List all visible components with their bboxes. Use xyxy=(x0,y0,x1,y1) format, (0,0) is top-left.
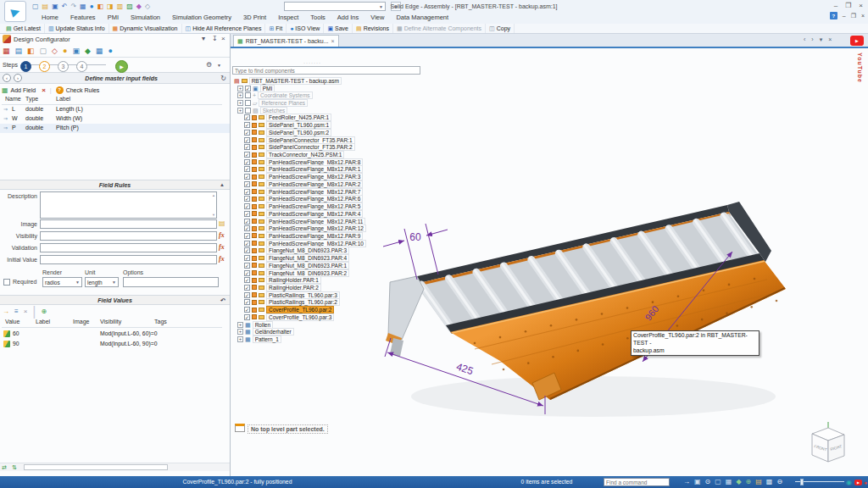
initial-value-input[interactable] xyxy=(40,255,217,264)
tree-item[interactable]: ✓PanHeadScrewFlange_M8x12.PAR:4 xyxy=(232,210,427,218)
configurator-icon[interactable]: ▦ xyxy=(3,47,10,55)
get-latest-button[interactable]: ▤Get Latest xyxy=(3,24,45,33)
tree-item[interactable]: ✓SidePanelConnector_FT35.PAR:1 xyxy=(232,136,427,144)
delete-value-icon[interactable]: × xyxy=(24,308,28,315)
show-checkbox[interactable] xyxy=(245,108,251,114)
show-checkbox[interactable] xyxy=(245,92,251,98)
tree-item[interactable]: +▨Sketches xyxy=(232,107,427,114)
step-2-button[interactable]: 2 xyxy=(39,61,50,72)
tree-item[interactable]: ✓FlangeNut_M8_DIN6923.PAR:3 xyxy=(232,247,427,255)
zoom-slider-handle[interactable] xyxy=(800,479,804,485)
ribbon-tab-add-ins[interactable]: Add Ins xyxy=(331,11,364,24)
show-checkbox[interactable]: ✓ xyxy=(245,86,251,92)
table-icon[interactable]: ▥ xyxy=(117,3,124,10)
tree-item-label[interactable]: PlasticRailings_TL960.par:2 xyxy=(266,298,340,306)
show-checkbox[interactable]: ✓ xyxy=(244,241,250,247)
add-value-icon[interactable]: → xyxy=(3,308,9,315)
undo-icon[interactable]: ↶ xyxy=(220,296,225,305)
show-checkbox[interactable]: ✓ xyxy=(244,203,250,209)
tree-item-label[interactable]: PanHeadScrewFlange_M8x12.PAR:1 xyxy=(266,165,363,173)
expand-icon[interactable]: + xyxy=(237,108,243,114)
tree-item[interactable]: ✓RailingHolder.PAR:1 xyxy=(232,276,427,284)
help-doc-icon[interactable]: ▣ xyxy=(72,47,80,55)
expand-icon[interactable]: + xyxy=(237,86,243,92)
folder-icon[interactable]: ▤ xyxy=(755,478,762,486)
field-row-L[interactable]: ⇒LdoubleLength (L) xyxy=(0,105,230,114)
scrollbar-thumb[interactable] xyxy=(24,464,168,470)
chevron-down-icon[interactable]: ▼ xyxy=(217,63,221,68)
help-button[interactable]: ? xyxy=(830,12,837,19)
dynamic-visualization-button[interactable]: ▦Dynamic Visualization xyxy=(109,24,182,33)
tree-item-label[interactable]: CoverProfile_TL960.par:3 xyxy=(266,313,334,321)
tree-item[interactable]: ✓CoverProfile_TL960.par:2 xyxy=(232,306,427,313)
tree-item-label[interactable]: Reference Planes xyxy=(259,99,308,107)
revisions-button[interactable]: ▤Revisions xyxy=(353,24,393,33)
palette-icon[interactable]: ▩ xyxy=(766,478,773,486)
tree-item[interactable]: ✓PanHeadScrewFlange_M8x12.PAR:12 xyxy=(232,225,427,232)
show-checkbox[interactable]: ✓ xyxy=(244,277,250,283)
tree-item[interactable]: ✓FeedRoller_N425.PAR:1 xyxy=(232,114,427,122)
tree-item[interactable]: ✓RailingHolder.PAR:2 xyxy=(232,284,427,291)
tree-item-label[interactable]: Pattern_1 xyxy=(253,336,281,343)
tree-item[interactable]: +▱Reference Planes xyxy=(232,99,427,107)
show-checkbox[interactable]: ✓ xyxy=(244,219,250,225)
tree-item[interactable]: ✓PanHeadScrewFlange_M8x12.PAR:10 xyxy=(232,240,427,247)
tree-item-label[interactable]: RailingHolder.PAR:2 xyxy=(266,284,321,291)
tree-item-label[interactable]: FlangeNut_M8_DIN6923.PAR:4 xyxy=(266,254,349,262)
grid-view-icon[interactable]: ▦ xyxy=(726,478,732,486)
show-checkbox[interactable]: ✓ xyxy=(244,144,250,150)
show-checkbox[interactable]: ✓ xyxy=(244,299,250,305)
tree-item-label[interactable]: Coordinate Systems xyxy=(258,92,313,99)
tree-item-label[interactable]: TrackConnector_N425.PSM:1 xyxy=(266,151,344,158)
tree-item-label[interactable]: FlangeNut_M8_DIN6923.PAR:2 xyxy=(266,269,349,277)
tree-item-label[interactable]: SidePanel_TL960.psm:1 xyxy=(266,121,331,129)
tree-item[interactable]: ✓SidePanel_TL960.psm:2 xyxy=(232,129,427,136)
value-row-60[interactable]: 60Mod(Input.L-60, 60)=0 xyxy=(0,329,230,339)
tree-item-label[interactable]: PanHeadScrewFlange_M8x12.PAR:5 xyxy=(266,202,363,210)
open-document-icon[interactable]: ▤ xyxy=(42,3,49,10)
tree-item-label[interactable]: PMI xyxy=(260,85,275,92)
tree-item-label[interactable]: Sketches xyxy=(260,107,288,114)
tree-item-label[interactable]: SidePanel_TL960.psm:2 xyxy=(266,129,331,136)
doc-close-button[interactable]: × xyxy=(861,13,865,19)
panel-hscrollbar[interactable]: ⇄ ⇅ xyxy=(0,463,230,471)
close-button[interactable]: × xyxy=(859,2,863,9)
doc-minimize-button[interactable]: – xyxy=(843,13,846,19)
close-all-icon[interactable]: × xyxy=(828,36,832,43)
plane-icon[interactable]: ◆ xyxy=(736,478,741,486)
ribbon-tab-home[interactable]: Home xyxy=(36,11,64,24)
youtube-status-icon[interactable]: ▶ xyxy=(854,480,862,485)
select-tool-icon[interactable]: ▦ xyxy=(80,3,86,10)
visibility-input[interactable] xyxy=(40,231,217,241)
expand-icon[interactable]: + xyxy=(237,100,243,106)
connect-icon[interactable]: ◇ xyxy=(52,47,58,55)
validation-formula-icon[interactable]: fx xyxy=(219,243,225,251)
tree-item-label[interactable]: PanHeadScrewFlange_M8x12.PAR:9 xyxy=(266,232,363,240)
ribbon-tab-tools[interactable]: Tools xyxy=(304,11,331,24)
ribbon-tab-data-management[interactable]: Data Management xyxy=(390,11,454,24)
run-steps-button[interactable]: ▶ xyxy=(115,60,128,73)
edit-list-icon[interactable]: ≡ xyxy=(14,308,19,315)
minimize-button[interactable]: – xyxy=(834,2,837,9)
copy-button[interactable]: ◫Copy xyxy=(486,24,515,33)
tree-item-label[interactable]: PanHeadScrewFlange_M8x12.PAR:10 xyxy=(266,240,366,247)
visibility-formula-icon[interactable]: fx xyxy=(219,231,225,239)
style-icon[interactable]: ◨ xyxy=(107,3,114,10)
tree-item-label[interactable]: SidePanelConnector_FT35.PAR:1 xyxy=(266,136,355,144)
tree-item-label[interactable]: PlasticRailings_TL960.par:3 xyxy=(266,291,340,299)
save-document-icon[interactable]: ▣ xyxy=(52,3,58,10)
tree-item[interactable]: ✓PanHeadScrewFlange_M8x12.PAR:2 xyxy=(232,180,427,188)
tab-list-icon[interactable]: ▾ xyxy=(820,36,823,43)
show-checkbox[interactable]: ✓ xyxy=(244,270,250,276)
define-alternate-components-button[interactable]: ▦Define Alternate Components xyxy=(393,24,486,33)
expand-icon[interactable]: + xyxy=(237,92,243,98)
show-checkbox[interactable]: ✓ xyxy=(244,255,250,261)
tree-item[interactable]: ✓PlasticRailings_TL960.par:3 xyxy=(232,291,427,299)
collapse-icon[interactable]: ▲ xyxy=(220,180,225,190)
tree-item-label[interactable]: PanHeadScrewFlange_M8x12.PAR:11 xyxy=(266,218,365,225)
component-search-input[interactable] xyxy=(232,66,420,75)
tree-item[interactable]: +▦Pattern_1 xyxy=(232,336,427,343)
pin-icon[interactable]: ↧ xyxy=(212,35,218,42)
gear-icon[interactable]: ⚙ xyxy=(206,61,212,69)
tree-item-label[interactable]: FlangeNut_M8_DIN6923.PAR:1 xyxy=(266,262,349,269)
